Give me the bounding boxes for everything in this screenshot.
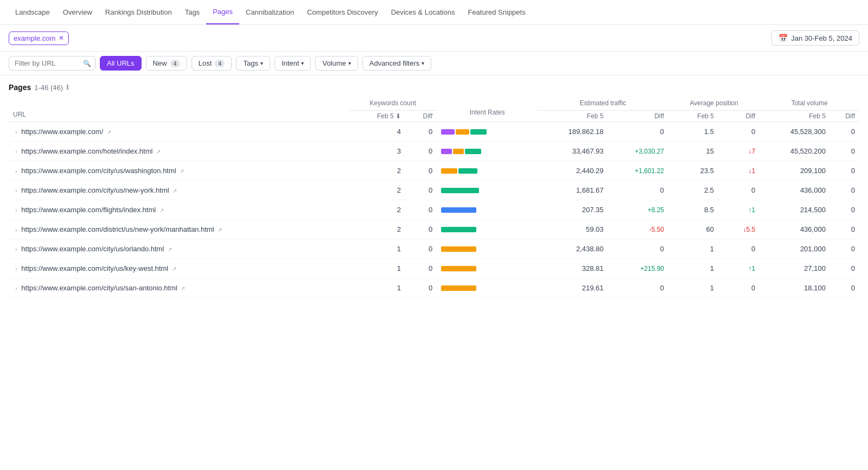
section-title-label: Pages [9,83,31,92]
advanced-chevron-icon: ▾ [422,60,424,66]
advanced-filters-button[interactable]: Advanced filters ▾ [362,56,432,71]
external-link-icon: ↗ [172,266,176,272]
lost-button[interactable]: Lost 4 [192,56,232,71]
totalvol-diff-cell: 0 [830,161,859,181]
url-column-header: URL [9,96,349,122]
traffic-feb5-cell: 219.61 [538,278,608,298]
domain-tag[interactable]: example.com ✕ [9,31,69,45]
intent-rates-cell [437,142,538,161]
totalvol-feb5-cell: 214,500 [760,200,830,220]
expand-row-button[interactable]: › [13,226,20,233]
traffic-feb5-cell: 189,862.18 [538,122,608,142]
nav-item-rankings-distribution[interactable]: Rankings Distribution [99,1,178,24]
totalvol-diff-cell: 0 [830,220,859,239]
intent-bar-wrap [441,207,495,213]
traffic-feb5-cell: 33,467.93 [538,142,608,161]
tags-label: Tags [243,59,258,67]
pages-table: URL Keywords count Intent Rates Estimate… [9,96,859,298]
totalvol-diff-cell: 0 [830,181,859,200]
intent-bar-segment [441,168,457,174]
volume-filter-button[interactable]: Volume ▾ [315,56,358,71]
keywords-diff-cell: 0 [405,220,437,239]
volume-label: Volume [322,59,346,67]
keywords-feb5-cell: 1 [349,259,405,278]
url-filter-input[interactable] [9,56,95,71]
new-label: New [153,59,167,67]
avgpos-diff-header: Diff [718,111,760,122]
nav-item-tags[interactable]: Tags [178,1,206,24]
nav-item-overview[interactable]: Overview [56,1,99,24]
keywords-feb5-cell: 3 [349,142,405,161]
expand-row-button[interactable]: › [13,285,20,291]
avgpos-feb5-cell: 2.5 [668,181,718,200]
traffic-diff-cell: +215.90 [608,259,669,278]
avgpos-feb5-cell: 23.5 [668,161,718,181]
pages-table-section: Pages 1-46 (46) ℹ URL Keywords count Int… [0,75,868,298]
expand-row-button[interactable]: › [13,129,20,135]
table-row: › https://www.example.com/city/us/san-an… [9,278,859,298]
avgpos-diff-cell: ↓7 [718,142,760,161]
expand-row-button[interactable]: › [13,187,20,194]
totalvol-diff-cell: 0 [830,259,859,278]
traffic-diff-cell: +1,601.22 [608,161,669,181]
external-link-icon: ↗ [180,168,184,174]
table-row: › https://www.example.com/city/us/new-yo… [9,181,859,200]
intent-bar-segment [441,129,455,135]
domain-close-button[interactable]: ✕ [59,35,64,41]
url-link[interactable]: https://www.example.com/city/us/san-anto… [21,284,177,292]
url-link[interactable]: https://www.example.com/flights/index.ht… [21,206,156,214]
traffic-diff-cell: 0 [608,278,669,298]
info-icon: ℹ [66,84,69,91]
expand-row-button[interactable]: › [13,246,20,252]
new-button[interactable]: New 4 [146,56,187,71]
section-range-label: 1-46 (46) [34,84,63,92]
url-cell: › https://www.example.com/city/us/key-we… [9,259,349,278]
keywords-diff-cell: 0 [405,239,437,259]
avgpos-diff-cell: ↑1 [718,200,760,220]
nav-item-cannibalization[interactable]: Cannibalization [239,1,301,24]
keywords-diff-cell: 0 [405,200,437,220]
url-link[interactable]: https://www.example.com/ [21,128,103,136]
table-row: › https://www.example.com/hotel/index.ht… [9,142,859,161]
intent-filter-button[interactable]: Intent ▾ [275,56,311,71]
tags-filter-button[interactable]: Tags ▾ [236,56,270,71]
intent-rates-cell [437,239,538,259]
keywords-diff-header: Diff [405,111,437,122]
url-cell: › https://www.example.com/district/us/ne… [9,220,349,239]
traffic-feb5-cell: 1,681.67 [538,181,608,200]
totalvol-feb5-cell: 45,528,300 [760,122,830,142]
avgpos-feb5-cell: 60 [668,220,718,239]
keywords-diff-cell: 0 [405,278,437,298]
tags-chevron-icon: ▾ [260,60,263,66]
url-link[interactable]: https://www.example.com/hotel/index.html [21,147,152,155]
intent-bar-segment [453,149,464,154]
intent-bar-wrap [441,246,495,252]
expand-row-button[interactable]: › [13,168,20,174]
nav-item-devices-&-locations[interactable]: Devices & Locations [385,1,462,24]
traffic-diff-cell: -5.50 [608,220,669,239]
nav-item-pages[interactable]: Pages [206,0,239,24]
url-link[interactable]: https://www.example.com/city/us/washingt… [21,167,176,175]
keywords-diff-cell: 0 [405,259,437,278]
nav-item-competitors-discovery[interactable]: Competitors Discovery [301,1,385,24]
all-urls-button[interactable]: All URLs [100,56,142,71]
expand-row-button[interactable]: › [13,265,20,272]
traffic-diff-header: Diff [608,111,669,122]
totalvol-diff-header: Diff [830,111,859,122]
total-volume-header: Total volume [760,96,859,111]
traffic-feb5-cell: 2,438.80 [538,239,608,259]
date-range-picker[interactable]: 📅 Jan 30-Feb 5, 2024 [771,30,859,46]
external-link-icon: ↗ [159,207,164,213]
expand-row-button[interactable]: › [13,148,20,155]
nav-item-landscape[interactable]: Landscape [9,1,56,24]
traffic-diff-cell: +3,030.27 [608,142,669,161]
nav-item-featured-snippets[interactable]: Featured Snippets [461,1,532,24]
url-link[interactable]: https://www.example.com/city/us/key-west… [21,264,168,272]
intent-rates-cell [437,181,538,200]
expand-row-button[interactable]: › [13,207,20,213]
totalvol-diff-cell: 0 [830,278,859,298]
keywords-feb5-header: Feb 5 ⬇ [349,111,405,122]
url-link[interactable]: https://www.example.com/district/us/new-… [21,225,214,233]
url-link[interactable]: https://www.example.com/city/us/orlando.… [21,245,164,253]
url-link[interactable]: https://www.example.com/city/us/new-york… [21,186,169,194]
